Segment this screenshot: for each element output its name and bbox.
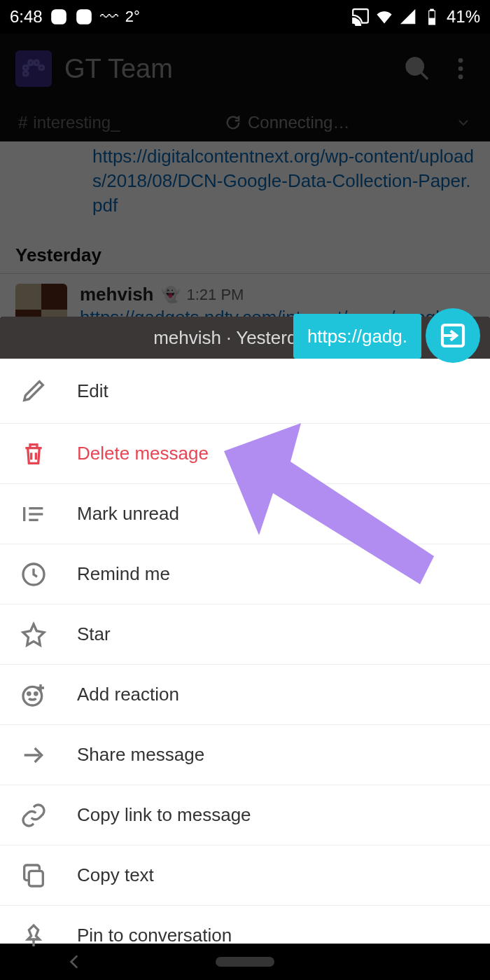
date-separator: Yesterday <box>0 230 490 274</box>
menu-label: Share message <box>77 744 204 766</box>
temperature: 2° <box>125 8 140 26</box>
menu-label: Pin to conversation <box>77 925 232 946</box>
message-link[interactable]: https://digitalcontentnext.org/wp-conten… <box>0 142 490 230</box>
message-actions-sheet: mehvish · Yesterday at Edit Delete messa… <box>0 317 490 944</box>
mustache-icon: 〰 <box>100 6 118 28</box>
menu-item-copy-text[interactable]: Copy text <box>0 845 490 905</box>
menu-item-copy-link[interactable]: Copy link to message <box>0 785 490 845</box>
pin-icon <box>20 922 48 950</box>
channel-row[interactable]: # interesting_ Connecting… <box>0 104 490 142</box>
pencil-icon <box>20 377 48 405</box>
menu-item-pin[interactable]: Pin to conversation <box>0 905 490 965</box>
svg-point-2 <box>62 12 64 13</box>
connection-status: Connecting… <box>120 113 455 132</box>
menu-label: Copy text <box>77 864 154 886</box>
message-time: 1:21 PM <box>187 286 244 304</box>
link-icon <box>20 801 48 829</box>
menu-label: Star <box>77 623 111 645</box>
chevron-down-icon[interactable] <box>455 114 472 131</box>
list-icon <box>20 500 48 528</box>
svg-point-20 <box>23 686 42 705</box>
open-link-fab[interactable] <box>426 308 480 363</box>
svg-point-13 <box>458 74 463 79</box>
menu-item-react[interactable]: Add reaction <box>0 664 490 724</box>
menu-item-share[interactable]: Share message <box>0 724 490 785</box>
menu-item-mark-unread[interactable]: Mark unread <box>0 483 490 544</box>
app-header: GT Team <box>0 34 490 104</box>
clock: 6:48 <box>10 7 43 27</box>
copy-icon <box>20 862 48 890</box>
menu-label: Add reaction <box>77 684 179 705</box>
svg-point-9 <box>407 58 423 74</box>
menu-label: Edit <box>77 380 108 402</box>
svg-point-12 <box>458 67 463 71</box>
svg-point-21 <box>28 692 30 694</box>
instagram-icon <box>75 8 93 26</box>
clock-icon <box>20 560 48 588</box>
share-arrow-icon <box>20 741 48 769</box>
menu-label: Remind me <box>77 563 170 585</box>
menu-item-edit[interactable]: Edit <box>0 359 490 423</box>
menu-label: Copy link to message <box>77 804 251 826</box>
hash-icon: # <box>18 113 27 132</box>
star-icon <box>20 621 48 649</box>
wifi-icon <box>375 8 393 26</box>
svg-point-11 <box>458 58 463 63</box>
svg-point-22 <box>35 692 37 694</box>
battery-icon <box>423 8 441 26</box>
svg-line-10 <box>421 72 428 79</box>
svg-rect-23 <box>29 871 43 886</box>
menu-label: Delete message <box>77 443 209 464</box>
svg-point-4 <box>80 14 87 20</box>
menu-label: Mark unread <box>77 503 179 525</box>
menu-item-remind[interactable]: Remind me <box>0 544 490 604</box>
channel-name: interesting_ <box>33 113 120 132</box>
trash-icon <box>20 440 48 468</box>
svg-rect-7 <box>429 18 435 25</box>
cast-icon <box>351 8 370 26</box>
signal-icon <box>399 8 417 26</box>
overflow-icon[interactable] <box>447 55 475 83</box>
svg-point-5 <box>88 12 89 13</box>
workspace-title[interactable]: GT Team <box>64 54 388 84</box>
status-bar: 6:48 〰 2° 41% <box>0 0 490 34</box>
message-user[interactable]: mehvish <box>80 284 154 305</box>
instagram-icon <box>50 8 68 26</box>
menu-item-delete[interactable]: Delete message <box>0 423 490 483</box>
battery-percent: 41% <box>447 7 480 27</box>
search-icon[interactable] <box>403 55 431 83</box>
workspace-avatar[interactable] <box>15 50 52 87</box>
link-preview-chip[interactable]: https://gadg. <box>293 314 421 359</box>
svg-point-1 <box>55 14 62 20</box>
svg-rect-8 <box>430 9 433 11</box>
ghost-icon: 👻 <box>161 286 180 304</box>
emoji-plus-icon <box>20 681 48 709</box>
menu-item-star[interactable]: Star <box>0 604 490 664</box>
